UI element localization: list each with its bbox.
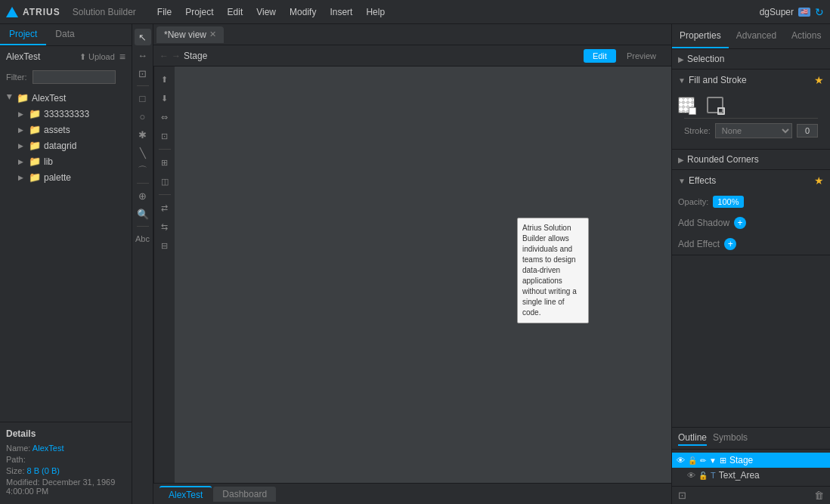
back-arrow-icon[interactable]: ← — [159, 51, 169, 61]
distribute-v-icon[interactable]: ⊡ — [156, 128, 173, 144]
fill-stroke-star-icon[interactable]: ★ — [814, 74, 824, 86]
menu-modify[interactable]: Modify — [283, 5, 322, 20]
tool-line[interactable]: ╲ — [135, 144, 151, 161]
bottom-tab-alextest[interactable]: AlexTest — [159, 486, 212, 502]
sidebar-menu-icon[interactable]: ≡ — [119, 51, 125, 63]
eye-icon-textarea[interactable]: 👁 — [687, 471, 695, 480]
canvas-tab-close-icon[interactable]: ✕ — [209, 29, 216, 39]
outline-panel: Outline Symbols 👁 🔓 ✏ ▼ ⊞ Stage 👁 🔓 T — [672, 427, 830, 504]
folder-icon-assets: 📁 — [29, 124, 41, 135]
section-selection-header[interactable]: ▶ Selection — [672, 49, 830, 69]
username: dgSuper — [760, 7, 794, 17]
opacity-value[interactable]: 100% — [713, 196, 743, 208]
align-top-icon[interactable]: ⬆ — [156, 71, 173, 88]
lock-icon-textarea[interactable]: 🔓 — [698, 472, 708, 480]
arrow-icon-stage[interactable]: ▼ — [709, 456, 717, 465]
tab-data[interactable]: Data — [46, 24, 83, 45]
section-effects-header[interactable]: ▼ Effects ★ — [672, 170, 830, 191]
preview-button[interactable]: Preview — [618, 49, 665, 63]
tree-item-333333333[interactable]: ▶ 📁 333333333 — [0, 106, 132, 122]
section-rounded-corners: ▶ Rounded Corners — [672, 150, 830, 170]
fit-height-icon[interactable]: ◫ — [156, 173, 173, 190]
tree-item-datagrid[interactable]: ▶ 📁 datagrid — [0, 138, 132, 153]
breadcrumb: ← → Stage — [159, 51, 207, 61]
tree-item-alextest[interactable]: ▶ 📁 AlexTest — [0, 90, 132, 106]
tree-arrow-palette: ▶ — [18, 174, 26, 181]
tree-item-assets[interactable]: ▶ 📁 assets — [0, 122, 132, 138]
tool-ellipse[interactable]: ○ — [135, 108, 151, 125]
rounded-corners-label: Rounded Corners — [687, 154, 759, 165]
tool-search[interactable]: 🔍 — [135, 206, 151, 222]
folder-icon-datagrid: 📁 — [29, 140, 41, 151]
tab-properties[interactable]: Properties — [672, 24, 729, 48]
menu-insert[interactable]: Insert — [324, 5, 358, 20]
flip-v-icon[interactable]: ⇆ — [156, 218, 173, 235]
tool-transform[interactable]: ↔ — [135, 47, 151, 63]
edit-button[interactable]: Edit — [584, 49, 616, 63]
tool-text[interactable]: Abc — [135, 230, 151, 247]
folder-icon-alextest: 📁 — [17, 92, 29, 104]
project-name: AlexTest — [6, 51, 40, 62]
effects-star-icon[interactable]: ★ — [814, 175, 824, 187]
tree-label-datagrid: datagrid — [44, 141, 76, 151]
user-area: dgSuper 🇺🇸 ↻ — [760, 6, 824, 18]
menu-file[interactable]: File — [151, 5, 178, 20]
outline-tab-symbols[interactable]: Symbols — [713, 431, 748, 446]
bottom-tab-dashboard[interactable]: Dashboard — [213, 487, 276, 502]
eye-icon-stage[interactable]: 👁 — [677, 456, 685, 465]
textarea-label: Text_Area — [719, 470, 760, 481]
add-shadow-row[interactable]: Add Shadow + — [672, 212, 830, 233]
outline-delete-icon[interactable]: 🗑 — [814, 490, 824, 501]
add-effect-row[interactable]: Add Effect + — [672, 233, 830, 255]
user-flag-icon: 🇺🇸 — [798, 8, 810, 17]
filter-input[interactable] — [33, 70, 116, 84]
tab-actions[interactable]: Actions — [784, 24, 828, 48]
tool-curve[interactable]: ⌒ — [135, 162, 151, 179]
add-shadow-button[interactable]: + — [734, 217, 746, 229]
fill-swatch-secondary[interactable] — [689, 107, 696, 115]
edit-icon-stage[interactable]: ✏ — [700, 456, 706, 465]
tree-arrow-assets: ▶ — [18, 126, 26, 134]
add-effect-button[interactable]: + — [724, 238, 736, 250]
menu-view[interactable]: View — [250, 5, 282, 20]
tree-item-lib[interactable]: ▶ 📁 lib — [0, 153, 132, 169]
tool-select[interactable]: ↖ — [135, 29, 151, 45]
section-rounded-corners-header[interactable]: ▶ Rounded Corners — [672, 150, 830, 169]
edit-preview-controls: Edit Preview — [584, 49, 665, 63]
menu-edit[interactable]: Edit — [221, 5, 249, 20]
outline-tab-outline[interactable]: Outline — [678, 431, 707, 446]
stroke-width-value[interactable]: 0 — [797, 124, 818, 138]
stroke-type-select[interactable]: None — [715, 123, 792, 138]
outline-row-textarea[interactable]: 👁 🔓 T Text_Area — [672, 468, 830, 483]
menu-help[interactable]: Help — [360, 5, 391, 20]
main-layout: Project Data AlexTest ⬆ Upload ≡ Filter:… — [0, 24, 830, 504]
distribute-h-icon[interactable]: ⇔ — [156, 109, 173, 125]
menu-project[interactable]: Project — [179, 5, 219, 20]
tool-rectangle[interactable]: □ — [135, 90, 151, 107]
subtract-icon[interactable]: ⊟ — [156, 237, 173, 254]
section-fill-stroke-header[interactable]: ▼ Fill and Stroke ★ — [672, 70, 830, 91]
upload-button[interactable]: ⬆ Upload — [79, 52, 115, 62]
upload-icon: ⬆ — [79, 52, 86, 62]
outline-copy-icon[interactable]: ⊡ — [678, 490, 686, 501]
flip-h-icon[interactable]: ⇄ — [156, 199, 173, 216]
tool-crop[interactable]: ⊡ — [135, 65, 151, 82]
stroke-swatch-secondary[interactable] — [717, 107, 725, 115]
canvas-viewport[interactable]: Atrius Solution Builder allows individua… — [175, 66, 671, 483]
tool-component[interactable]: ⊕ — [135, 187, 151, 204]
fit-width-icon[interactable]: ⊞ — [156, 154, 173, 171]
details-name-label: Name: — [6, 444, 30, 453]
details-size-label: Size: — [6, 466, 24, 475]
tool-star[interactable]: ✱ — [135, 126, 151, 143]
canvas-tab-new-view[interactable]: *New view ✕ — [156, 26, 224, 43]
outline-row-stage[interactable]: 👁 🔓 ✏ ▼ ⊞ Stage — [672, 453, 830, 468]
folder-icon-333: 📁 — [29, 108, 41, 119]
align-middle-icon[interactable]: ⬇ — [156, 90, 173, 107]
tree-item-palette[interactable]: ▶ 📁 palette — [0, 169, 132, 185]
tab-project[interactable]: Project — [0, 24, 46, 45]
effects-label: Effects — [689, 175, 716, 186]
lock-icon-stage[interactable]: 🔓 — [688, 456, 697, 465]
tab-advanced[interactable]: Advanced — [729, 24, 784, 48]
refresh-icon[interactable]: ↻ — [815, 6, 824, 18]
forward-arrow-icon[interactable]: → — [172, 51, 181, 61]
